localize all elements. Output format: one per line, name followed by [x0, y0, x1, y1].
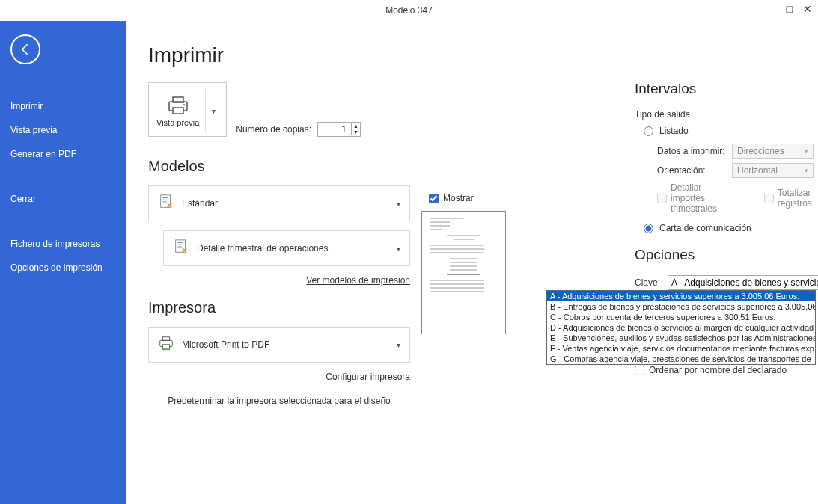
detallar-checkbox — [657, 194, 667, 203]
svg-point-3 — [183, 104, 185, 105]
svg-rect-2 — [173, 108, 183, 114]
chevron-down-icon: ▾ — [397, 245, 400, 253]
svg-rect-7 — [162, 337, 169, 341]
printer-select[interactable]: Microsoft Print to PDF ▾ — [148, 327, 410, 363]
copies-down[interactable]: ▼ — [352, 129, 360, 135]
sidebar-item-vista-previa[interactable]: Vista previa — [0, 118, 126, 142]
ordenar-checkbox-row[interactable]: Ordenar por nombre del declarado — [635, 365, 814, 375]
sidebar: Imprimir Vista previa Generar en PDF Cer… — [0, 21, 126, 504]
copies-input[interactable] — [318, 123, 351, 136]
orientacion-label: Orientación: — [657, 165, 732, 176]
sidebar-item-opciones-impresion[interactable]: Opciones de impresión — [0, 256, 126, 280]
clave-option-g[interactable]: G - Compras agencia viaje, prestaciones … — [547, 354, 815, 364]
intervalos-heading: Intervalos — [635, 81, 814, 97]
copies-label: Número de copias: — [236, 124, 311, 135]
model-detail-label: Detalle trimestral de operaciones — [197, 243, 397, 253]
document-icon — [158, 194, 174, 213]
mostrar-checkbox-row[interactable]: Mostrar — [429, 193, 506, 203]
mostrar-label: Mostrar — [443, 193, 474, 203]
totalizar-checkbox-row: Totalizar registros — [764, 182, 814, 214]
radio-listado-input[interactable] — [644, 126, 653, 136]
radio-carta[interactable]: Carta de comunicación — [644, 223, 814, 233]
vista-previa-button[interactable]: Vista previa ▾ — [148, 82, 227, 137]
printer-icon — [166, 96, 190, 115]
ver-modelos-link[interactable]: Ver modelos de impresión — [306, 275, 410, 286]
mostrar-checkbox[interactable] — [429, 194, 439, 203]
chevron-down-icon: ▾ — [397, 341, 400, 349]
titlebar: Modelo 347 □ ✕ — [0, 0, 818, 21]
detallar-checkbox-row: Detallar importes trimestrales — [657, 182, 734, 214]
copies-up[interactable]: ▲ — [352, 123, 360, 129]
chevron-down-icon: ▾ — [805, 167, 808, 174]
document-preview[interactable] — [421, 211, 506, 334]
model-standard[interactable]: Estándar ▾ — [148, 185, 410, 221]
ordenar-checkbox[interactable] — [635, 366, 644, 375]
config-printer-link[interactable]: Configurar impresora — [326, 372, 410, 382]
clave-dropdown-list[interactable]: A - Adquisiciones de bienes y servicios … — [546, 290, 816, 365]
chevron-down-icon: ▾ — [805, 147, 808, 155]
printer-name: Microsoft Print to PDF — [182, 339, 397, 350]
datos-imprimir-select: Direcciones ▾ — [732, 144, 814, 159]
model-standard-label: Estándar — [182, 198, 397, 209]
vista-previa-dropdown[interactable]: ▾ — [205, 89, 219, 133]
document-icon — [173, 239, 189, 258]
clave-option-f[interactable]: F - Ventas agencia viaje, servicios docu… — [547, 343, 815, 354]
sidebar-item-generar-pdf[interactable]: Generar en PDF — [0, 142, 126, 166]
datos-imprimir-label: Datos a imprimir: — [657, 146, 732, 156]
totalizar-checkbox — [764, 194, 774, 203]
opciones-heading: Opciones — [635, 247, 814, 263]
sidebar-item-imprimir[interactable]: Imprimir — [0, 94, 126, 118]
clave-select[interactable]: A - Adquisiciones de bienes y servicios … — [668, 275, 818, 290]
clave-option-e[interactable]: E - Subvenciones, auxilios y ayudas sati… — [547, 333, 815, 343]
back-button[interactable] — [10, 34, 40, 64]
section-impresora: Impresora — [148, 299, 410, 316]
clave-option-b[interactable]: B - Entregas de bienes y prestaciones de… — [547, 301, 815, 312]
radio-listado[interactable]: Listado — [644, 126, 814, 136]
vista-previa-label: Vista previa — [156, 118, 199, 127]
printer-icon — [158, 335, 174, 354]
svg-rect-9 — [162, 348, 169, 350]
tipo-salida-label: Tipo de salida — [635, 109, 814, 120]
maximize-icon[interactable]: □ — [787, 3, 793, 15]
sidebar-item-cerrar[interactable]: Cerrar — [0, 187, 126, 211]
default-printer-link[interactable]: Predeterminar la impresora seleccionada … — [168, 396, 391, 406]
clave-option-d[interactable]: D - Adquisiciones de bienes o servicios … — [547, 322, 815, 333]
page-title: Imprimir — [148, 43, 410, 67]
orientacion-select: Horizontal ▾ — [732, 163, 814, 178]
clave-option-a[interactable]: A - Adquisiciones de bienes y servicios … — [547, 291, 815, 301]
sidebar-item-fichero-impresoras[interactable]: Fichero de impresoras — [0, 232, 126, 256]
clave-option-c[interactable]: C - Cobros por cuenta de terceros superi… — [547, 312, 815, 322]
window-title: Modelo 347 — [385, 5, 433, 16]
radio-carta-input[interactable] — [644, 224, 653, 233]
close-icon[interactable]: ✕ — [803, 3, 812, 15]
chevron-down-icon: ▾ — [397, 200, 400, 208]
svg-rect-8 — [162, 345, 169, 349]
model-detail[interactable]: Detalle trimestral de operaciones ▾ — [163, 230, 410, 266]
section-modelos: Modelos — [148, 158, 410, 175]
clave-label: Clave: — [635, 277, 660, 288]
